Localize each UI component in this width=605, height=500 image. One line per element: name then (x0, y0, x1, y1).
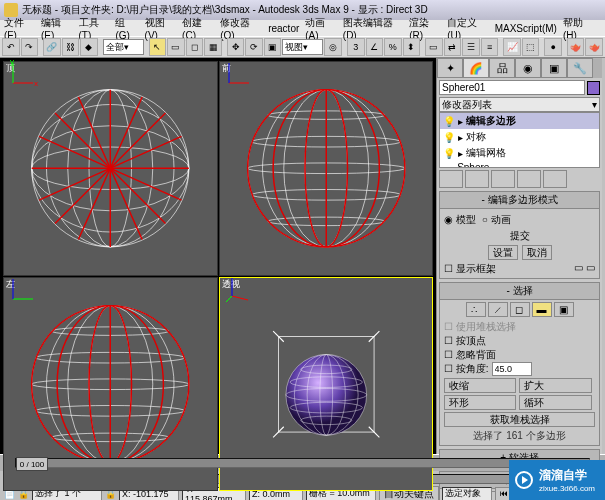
mod-base[interactable]: Sphere (440, 161, 599, 168)
menu-animation[interactable]: 动画(A) (305, 16, 337, 41)
command-panel-tabs: ✦ 🌈 品 ◉ ▣ 🔧 (437, 58, 602, 78)
use-stack-sel-check[interactable]: ☐ 使用堆栈选择 (444, 321, 516, 332)
tab-motion[interactable]: ◉ (515, 58, 541, 78)
svg-text:y: y (10, 58, 14, 66)
link-button[interactable]: 🔗 (43, 38, 61, 56)
angle-snap-button[interactable]: ∠ (366, 38, 384, 56)
by-vertex-check[interactable]: ☐ 按顶点 (444, 335, 486, 346)
mod-symmetry[interactable]: 💡 ▸ 对称 (440, 129, 599, 145)
viewport-front[interactable]: 前 (219, 61, 434, 276)
pin-stack-button[interactable] (439, 170, 463, 188)
align-button[interactable]: ☰ (462, 38, 480, 56)
spinner-snap-button[interactable]: ⬍ (403, 38, 421, 56)
show-end-result-button[interactable] (465, 170, 489, 188)
menu-group[interactable]: 组(G) (115, 16, 138, 41)
curve-editor-button[interactable]: 📈 (503, 38, 521, 56)
ring-button[interactable]: 环形 (444, 395, 516, 410)
configure-button[interactable] (543, 170, 567, 188)
watermark-brand: 溜溜自学 (539, 467, 595, 484)
subobj-polygon[interactable]: ▬ (532, 302, 552, 317)
ref-coord[interactable]: 视图▾ (282, 39, 323, 55)
get-stack-sel-button[interactable]: 获取堆栈选择 (444, 412, 595, 427)
tab-hierarchy[interactable]: 品 (489, 58, 515, 78)
radio-model[interactable]: ◉ 模型 (444, 213, 476, 227)
menu-graph[interactable]: 图表编辑器(D) (343, 16, 403, 41)
rotate-button[interactable]: ⟳ (245, 38, 263, 56)
modifier-stack[interactable]: 💡 ▸ 编辑多边形 💡 ▸ 对称 💡 ▸ 编辑网格 Sphere (439, 112, 600, 168)
axis-gizmo (224, 274, 437, 487)
menu-tools[interactable]: 工具(T) (79, 16, 110, 41)
mod-editpoly[interactable]: 💡 ▸ 编辑多边形 (440, 113, 599, 129)
subobj-border[interactable]: ◻ (510, 302, 530, 317)
subobj-element[interactable]: ▣ (554, 302, 574, 317)
scale-button[interactable]: ▣ (264, 38, 282, 56)
quick-render-button[interactable]: 🫖 (585, 38, 603, 56)
mod-editmesh[interactable]: 💡 ▸ 编辑网格 (440, 145, 599, 161)
mirror-button[interactable]: ⇄ (444, 38, 462, 56)
tab-utilities[interactable]: 🔧 (567, 58, 593, 78)
menubar: 文件(F) 编辑(E) 工具(T) 组(G) 视图(V) 创建(C) 修改器(O… (0, 20, 605, 36)
grow-button[interactable]: 扩大 (519, 378, 591, 393)
select-region-button[interactable]: ◻ (186, 38, 204, 56)
play-icon (515, 471, 533, 489)
keymode-combo[interactable]: 选定对象 (442, 487, 492, 501)
show-cage-check[interactable]: ☐ 显示框架 (444, 263, 496, 274)
unlink-button[interactable]: ⛓ (62, 38, 80, 56)
object-color-swatch[interactable] (587, 81, 600, 95)
menu-help[interactable]: 帮助(H) (563, 16, 595, 41)
watermark: 溜溜自学 zixue.3d66.com (509, 460, 605, 500)
axis-gizmo: xy (8, 58, 221, 271)
subobj-edge[interactable]: ⟋ (488, 302, 508, 317)
cancel-button[interactable]: 取消 (522, 245, 552, 260)
subobj-vertex[interactable]: ∴ (466, 302, 486, 317)
schematic-button[interactable]: ⬚ (522, 38, 540, 56)
material-button[interactable]: ● (544, 38, 562, 56)
loop-button[interactable]: 循环 (519, 395, 591, 410)
pivot-button[interactable]: ◎ (324, 38, 342, 56)
angle-field[interactable] (492, 362, 532, 376)
bind-button[interactable]: ◆ (80, 38, 98, 56)
selection-info: 选择了 161 个多边形 (444, 429, 595, 443)
watermark-url: zixue.3d66.com (539, 484, 595, 493)
select-name-button[interactable]: ▭ (167, 38, 185, 56)
tab-modify[interactable]: 🌈 (463, 58, 489, 78)
menu-modifiers[interactable]: 修改器(O) (220, 16, 262, 41)
move-button[interactable]: ✥ (227, 38, 245, 56)
settings-button[interactable]: 设置 (488, 245, 518, 260)
by-angle-check[interactable]: ☐ 按角度: (444, 362, 489, 376)
shrink-button[interactable]: 收缩 (444, 378, 516, 393)
ignore-back-check[interactable]: ☐ 忽略背面 (444, 349, 496, 360)
render-scene-button[interactable]: 🫖 (567, 38, 585, 56)
redo-button[interactable]: ↷ (21, 38, 39, 56)
menu-custom[interactable]: 自定义(U) (447, 16, 488, 41)
viewport-top[interactable]: 顶 xy (3, 61, 218, 276)
axis-gizmo (224, 58, 437, 271)
menu-views[interactable]: 视图(V) (145, 16, 177, 41)
menu-reactor[interactable]: reactor (268, 23, 299, 34)
menu-maxscript[interactable]: MAXScript(M) (495, 23, 557, 34)
time-slider-thumb[interactable]: 0 / 100 (16, 457, 48, 471)
radio-anim[interactable]: ○ 动画 (482, 213, 511, 227)
viewport-area: 顶 xy 前 (0, 58, 436, 454)
remove-mod-button[interactable] (517, 170, 541, 188)
percent-snap-button[interactable]: % (384, 38, 402, 56)
tab-create[interactable]: ✦ (437, 58, 463, 78)
modifier-list-dropdown[interactable]: 修改器列表▾ (439, 97, 600, 112)
select-button[interactable]: ↖ (149, 38, 167, 56)
snap-button[interactable]: 3 (347, 38, 365, 56)
svg-line-64 (232, 296, 248, 300)
menu-create[interactable]: 创建(C) (182, 16, 214, 41)
svg-line-65 (226, 296, 232, 302)
menu-edit[interactable]: 编辑(E) (41, 16, 73, 41)
named-sel-button[interactable]: ▭ (425, 38, 443, 56)
layer-button[interactable]: ≡ (481, 38, 499, 56)
window-crossing-button[interactable]: ▦ (204, 38, 222, 56)
undo-button[interactable]: ↶ (2, 38, 20, 56)
selection-filter[interactable]: 全部▾ (103, 39, 144, 55)
make-unique-button[interactable] (491, 170, 515, 188)
svg-text:x: x (34, 79, 38, 88)
object-name-field[interactable] (439, 80, 585, 95)
menu-file[interactable]: 文件(F) (4, 16, 35, 41)
tab-display[interactable]: ▣ (541, 58, 567, 78)
menu-render[interactable]: 渲染(R) (409, 16, 441, 41)
